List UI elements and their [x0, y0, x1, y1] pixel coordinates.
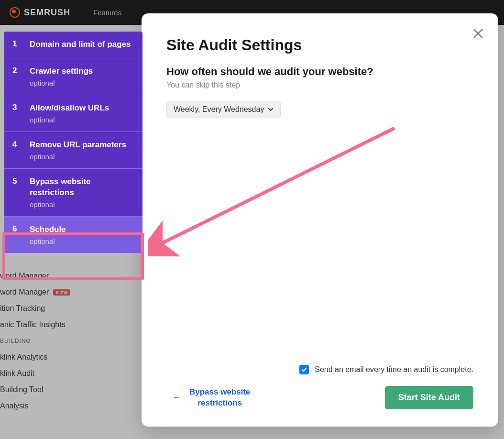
step-optional-label: optional — [30, 200, 134, 209]
wizard-steps-sidebar: 1 Domain and limit of pages 2 Crawler se… — [4, 32, 142, 253]
step-number: 4 — [12, 140, 20, 161]
step-allow-disallow-urls[interactable]: 3 Allow/disallow URLs optional — [4, 95, 142, 132]
step-title: Allow/disallow URLs — [30, 103, 134, 114]
check-icon — [301, 367, 307, 373]
step-title: Schedule — [30, 224, 134, 235]
footer-actions: ← Bypass website restrictions Start Site… — [166, 386, 473, 409]
step-title: Remove URL parameters — [30, 140, 134, 151]
step-number: 6 — [12, 224, 20, 245]
back-to-previous-step-link[interactable]: ← Bypass website restrictions — [172, 387, 251, 408]
step-remove-url-parameters[interactable]: 4 Remove URL parameters optional — [4, 132, 142, 169]
email-notification-label: Send an email every time an audit is com… — [315, 365, 473, 374]
start-site-audit-button[interactable]: Start Site Audit — [385, 386, 473, 409]
modal-title: Site Audit Settings — [166, 36, 473, 54]
site-audit-settings-modal: Site Audit Settings How often should we … — [142, 13, 498, 427]
dropdown-value: Weekly, Every Wednesday — [174, 105, 264, 114]
chevron-down-icon — [268, 107, 274, 112]
step-number: 2 — [12, 66, 20, 87]
close-button[interactable] — [471, 27, 485, 40]
schedule-frequency-dropdown[interactable]: Weekly, Every Wednesday — [166, 101, 281, 118]
step-domain-and-limit[interactable]: 1 Domain and limit of pages — [4, 32, 142, 58]
email-notification-checkbox[interactable] — [299, 365, 309, 374]
step-optional-label: optional — [30, 237, 134, 245]
step-optional-label: optional — [30, 153, 134, 161]
step-optional-label: optional — [30, 116, 134, 124]
step-optional-label: optional — [30, 79, 134, 87]
close-icon — [471, 27, 485, 40]
step-bypass-restrictions[interactable]: 5 Bypass website restrictions optional — [4, 169, 142, 217]
modal-subtitle: How often should we audit your website? — [166, 66, 473, 78]
back-link-label: Bypass website restrictions — [189, 387, 251, 408]
step-title: Bypass website restrictions — [30, 176, 134, 198]
step-title: Crawler settings — [30, 66, 134, 77]
modal-hint: You can skip this step — [166, 81, 473, 89]
step-schedule[interactable]: 6 Schedule optional — [4, 217, 142, 253]
step-number: 1 — [12, 39, 20, 50]
email-notification-row: Send an email every time an audit is com… — [166, 365, 473, 374]
arrow-left-icon: ← — [172, 393, 181, 403]
step-title: Domain and limit of pages — [30, 39, 134, 50]
step-crawler-settings[interactable]: 2 Crawler settings optional — [4, 58, 142, 95]
step-number: 3 — [12, 103, 20, 124]
step-number: 5 — [12, 176, 20, 209]
modal-footer: Send an email every time an audit is com… — [166, 365, 473, 409]
